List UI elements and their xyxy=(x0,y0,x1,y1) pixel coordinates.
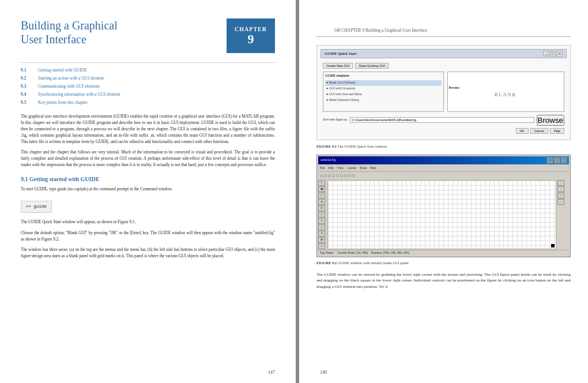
template-axes-menu[interactable]: ● GUI with Axes and Menu xyxy=(325,92,442,97)
templates-label: GUIDE templates xyxy=(325,74,442,78)
maximize-button[interactable]: □ xyxy=(550,51,556,57)
menu-tools[interactable]: Tools xyxy=(360,166,367,171)
toolbar-icon-4[interactable]: ▢ xyxy=(332,174,335,178)
tool-push[interactable]: ▣ xyxy=(318,186,325,192)
figure-92-titlebar: untitled.fig _ □ × xyxy=(318,156,569,164)
code-block: >> guide xyxy=(21,201,52,213)
right-body-text: The GUIDE window can be resized by grabb… xyxy=(316,272,571,290)
toolbar-icon-2[interactable]: ▢ xyxy=(324,174,327,178)
right-panel-btn2[interactable]: ↓ xyxy=(557,186,564,192)
template-blank[interactable]: ● Blank GUI (Default) xyxy=(325,80,442,86)
book-spread: Building a Graphical User Interface CHAP… xyxy=(0,0,588,383)
section-91-text2: The GUIDE Quick Start window will appear… xyxy=(21,219,275,226)
guide-preview: Preview BLANK xyxy=(447,72,565,112)
guide-minimize[interactable]: _ xyxy=(547,157,553,163)
template-uicontrols[interactable]: ● GUI with Uicontrols xyxy=(325,86,442,92)
guide-templates: GUIDE templates ● Blank GUI (Default) ● … xyxy=(323,72,444,112)
guide-left-toolbar: ↖ ▣ ═ ◎ ☑ T A ≡ ▾ ⊞ □ xyxy=(318,180,326,249)
preview-label: Preview xyxy=(448,85,461,92)
section-91-text4: The window has three areas: (a) on the t… xyxy=(21,247,275,260)
figure-91-container: GUIDE Quick Start _ □ × Create New GUI O… xyxy=(316,45,571,140)
toc-item: 9.5 Key points from this chapter xyxy=(21,100,275,106)
save-path-input[interactable] xyxy=(350,117,534,123)
chapter-number: 9 xyxy=(248,33,254,46)
tool-listbox[interactable]: ≡ xyxy=(318,224,325,230)
guide-bottom-bar: Tag Name: Current Point: [24, 440] Posit… xyxy=(318,250,569,256)
guide-save-row: Save new figure as: Browse xyxy=(323,115,564,126)
tool-check[interactable]: ☑ xyxy=(318,205,325,211)
body-text-1: The graphical user interface development… xyxy=(21,114,275,145)
save-label: Save new figure as: xyxy=(323,118,348,122)
tool-radio[interactable]: ◎ xyxy=(318,199,325,205)
resize-handle[interactable] xyxy=(551,244,555,247)
toolbar-icon-9[interactable]: ▢ xyxy=(352,174,355,178)
guide-menu-bar: File Edit View Layout Tools Help xyxy=(318,166,569,172)
tool-popup[interactable]: ▾ xyxy=(318,231,325,236)
guide-close[interactable]: × xyxy=(561,157,567,163)
toc-item: 9.1 Getting started with GUIDE xyxy=(21,67,275,74)
guide-right-panel: ↑ ↓ ← → xyxy=(557,180,569,249)
close-button[interactable]: × xyxy=(557,51,563,57)
tool-static[interactable]: A xyxy=(318,218,325,224)
tool-slider[interactable]: ═ xyxy=(318,193,325,198)
left-page: Building a Graphical User Interface CHAP… xyxy=(0,0,296,383)
create-new-gui-button[interactable]: Create New GUI xyxy=(323,63,353,69)
guide-window-content: ↖ ▣ ═ ◎ ☑ T A ≡ ▾ ⊞ □ xyxy=(318,180,569,249)
grid-overlay xyxy=(328,181,556,249)
tool-axes[interactable]: ⊞ xyxy=(318,237,325,243)
section-91-text1: To start GUIDE, type guide (no capitals)… xyxy=(21,186,275,193)
guide-window-title: untitled.fig xyxy=(321,157,336,163)
browse-button[interactable]: Browse xyxy=(537,115,564,126)
toc-item: 9.3 Communicating with GUI elements xyxy=(21,84,275,90)
toc-item: 9.4 Synchronizing information with a GUI… xyxy=(21,92,275,98)
guide-canvas xyxy=(327,180,556,249)
right-panel-btn3[interactable]: ← xyxy=(557,193,564,198)
toolbar-icon-5[interactable]: ▢ xyxy=(336,174,339,178)
minimize-button[interactable]: _ xyxy=(543,51,549,57)
bottom-position: Position: [500, 300, 400, 450] xyxy=(371,251,409,256)
bottom-tagname: Tag Name: xyxy=(320,251,334,256)
right-panel-btn1[interactable]: ↑ xyxy=(557,180,564,186)
body-text-2: This chapter and the chapter that follow… xyxy=(21,149,275,168)
win-controls: _ □ × xyxy=(543,51,563,57)
figure-92-caption: FIGURE 9.2 GUIDE window with initially b… xyxy=(316,260,571,265)
toolbar-icon-3[interactable]: ▢ xyxy=(328,174,331,178)
tool-panel[interactable]: □ xyxy=(318,243,325,249)
help-button[interactable]: Help xyxy=(550,128,564,134)
toc-item: 9.2 Starting an action with a GUI elemen… xyxy=(21,76,275,82)
right-panel-btn4[interactable]: → xyxy=(557,199,564,205)
menu-layout[interactable]: Layout xyxy=(347,166,356,171)
toolbar-icon-8[interactable]: ▢ xyxy=(348,174,351,178)
template-modal[interactable]: ● Modal Question Dialog xyxy=(325,97,442,103)
blank-preview-text: BLANK xyxy=(495,92,517,99)
figure-91-titlebar: GUIDE Quick Start _ □ × xyxy=(321,49,567,58)
tool-edit[interactable]: T xyxy=(318,212,325,217)
menu-help[interactable]: Help xyxy=(370,166,376,171)
left-page-number: 147 xyxy=(268,369,275,376)
chapter-title-block: Building a Graphical User Interface xyxy=(21,18,227,48)
cancel-button[interactable]: Cancel xyxy=(530,128,548,134)
right-page-number: 148 xyxy=(320,369,327,376)
guide-win-controls: _ □ × xyxy=(547,157,567,163)
guide-action-buttons: OK Cancel Help xyxy=(323,128,564,134)
right-page: 148 CHAPTER 9 Building a Graphical User … xyxy=(299,0,588,383)
toolbar-icon-6[interactable]: ▢ xyxy=(340,174,343,178)
figure-91-caption: FIGURE 9.1 The GUIDE Quick Start window. xyxy=(316,144,571,149)
open-existing-gui-button[interactable]: Open Existing GUI xyxy=(355,63,389,69)
chapter-header: Building a Graphical User Interface CHAP… xyxy=(21,18,275,53)
guide-icon-toolbar: ▢ ▢ ▢ ▢ ▢ ▢ ▢ ▢ ▢ xyxy=(318,173,569,178)
guide-maximize[interactable]: □ xyxy=(554,157,560,163)
menu-file[interactable]: File xyxy=(320,166,325,171)
toolbar-icon-7[interactable]: ▢ xyxy=(344,174,347,178)
tool-select[interactable]: ↖ xyxy=(318,180,325,186)
guide-content: GUIDE templates ● Blank GUI (Default) ● … xyxy=(323,72,564,112)
menu-view[interactable]: View xyxy=(337,166,344,171)
ok-button[interactable]: OK xyxy=(516,128,529,134)
guide-quick-start: Create New GUI Open Existing GUI GUIDE t… xyxy=(321,61,567,136)
menu-edit[interactable]: Edit xyxy=(329,166,334,171)
chapter-title: Building a Graphical User Interface xyxy=(21,18,227,46)
section-91-heading: 9.1 Getting started with GUIDE xyxy=(21,175,275,184)
section-91-text3: Choose the default option, "Blank GUI" b… xyxy=(21,230,275,243)
toolbar-icon-1[interactable]: ▢ xyxy=(320,174,323,178)
figure-92-container: untitled.fig _ □ × File Edit View Layout… xyxy=(316,155,571,257)
